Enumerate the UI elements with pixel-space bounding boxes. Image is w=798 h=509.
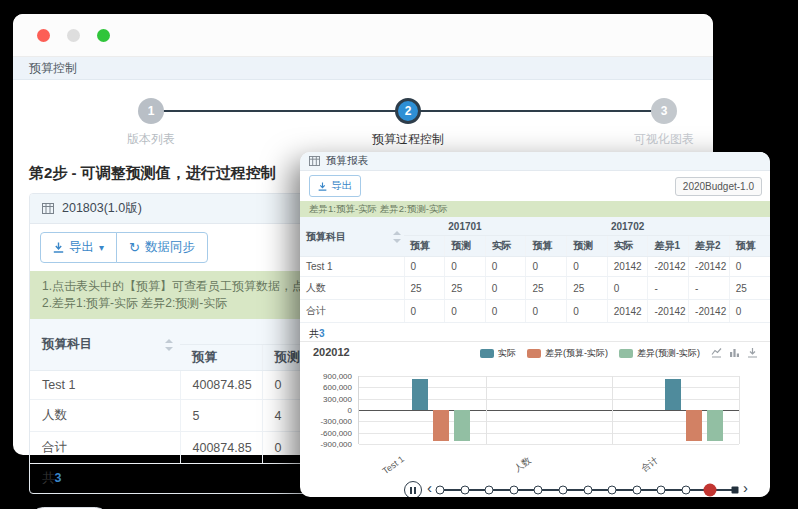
- legend-item[interactable]: 差异(预算-实际): [527, 347, 608, 360]
- step-label: 版本列表: [91, 131, 211, 148]
- column-header[interactable]: 预算: [404, 236, 445, 257]
- table-cell: 0: [445, 300, 486, 323]
- bar-差异(预测-实际): [454, 410, 470, 441]
- category-separator: [486, 376, 487, 444]
- timeline-prev-icon[interactable]: ‹: [427, 480, 432, 495]
- y-tick-label: -600,000: [302, 429, 352, 438]
- timeline-point-202002[interactable]: [460, 486, 469, 495]
- column-header[interactable]: 预算: [526, 236, 567, 257]
- budget-version-select[interactable]: 2020Budget-1.0: [675, 177, 762, 196]
- table-cell: 400874.85: [180, 432, 262, 464]
- timeline-point-202004[interactable]: [509, 486, 518, 495]
- table-row: 人数2525025250--25: [300, 277, 770, 300]
- timeline-point-汇总[interactable]: [732, 487, 739, 494]
- table-cell: 5: [180, 400, 262, 432]
- page-title: 预算控制: [13, 57, 713, 80]
- timeline-point-202003[interactable]: [485, 486, 494, 495]
- legend-swatch: [527, 349, 541, 358]
- column-header[interactable]: 预测: [445, 236, 486, 257]
- zoom-window-button[interactable]: [97, 29, 110, 42]
- save-image-icon[interactable]: [747, 347, 758, 358]
- row-subject: Test 1: [30, 371, 180, 400]
- month-group-header: [729, 217, 770, 236]
- table-cell: -: [648, 277, 689, 300]
- category-separator: [612, 376, 613, 444]
- diff-legend-note: 差异1:预算-实际 差异2:预测-实际: [300, 201, 770, 217]
- close-window-button[interactable]: [37, 29, 50, 42]
- step-circle[interactable]: 1: [138, 98, 164, 124]
- subject-column-header[interactable]: 预算科目: [300, 217, 404, 257]
- table-row: 合计0000020142-20142-201420: [300, 300, 770, 323]
- legend-item[interactable]: 差异(预测-实际): [619, 347, 700, 360]
- table-cell: 0: [729, 257, 770, 277]
- column-header[interactable]: 预算: [729, 236, 770, 257]
- export-button[interactable]: 导出: [309, 175, 361, 197]
- legend-item[interactable]: 实际: [480, 347, 516, 360]
- table-grid-icon: [309, 156, 320, 166]
- timeline-point-202010[interactable]: [657, 486, 666, 495]
- table-cell: 0: [485, 300, 526, 323]
- row-count: 共3: [300, 323, 770, 341]
- timeline-point-202011[interactable]: [681, 486, 690, 495]
- table-row: Test 10000020142-20142-201420: [300, 257, 770, 277]
- sort-icon[interactable]: [392, 231, 400, 243]
- column-header[interactable]: 差异1: [648, 236, 689, 257]
- report-table: 预算科目 201701 201702 预算预测实际预算预测实际差异1差异2预算 …: [300, 217, 770, 323]
- y-tick-label: -300,000: [302, 417, 352, 426]
- table-cell: 0: [526, 300, 567, 323]
- download-icon: [318, 182, 327, 191]
- bar-chart-icon[interactable]: [729, 347, 740, 358]
- table-cell: 20142: [607, 300, 648, 323]
- bar-差异(预测-实际): [707, 410, 723, 441]
- minimize-window-button[interactable]: [67, 29, 80, 42]
- plot-right-border: [739, 376, 740, 444]
- column-header[interactable]: 差异2: [689, 236, 730, 257]
- timeline-point-202007[interactable]: [583, 486, 592, 495]
- report-panel-header: 预算报表: [300, 152, 770, 171]
- y-tick-label: 0: [302, 406, 352, 415]
- table-cell: 25: [729, 277, 770, 300]
- chart-toolbox: [711, 347, 758, 358]
- step-visual-charts[interactable]: 3 可视化图表: [604, 98, 724, 148]
- subject-column-header[interactable]: 预算科目: [30, 319, 180, 371]
- timeline-point-202001[interactable]: [436, 486, 445, 495]
- report-title: 预算报表: [326, 154, 368, 168]
- sort-icon[interactable]: [164, 339, 172, 351]
- window-titlebar: [13, 14, 713, 57]
- timeline-point-202006[interactable]: [558, 486, 567, 495]
- row-subject: 人数: [30, 400, 180, 432]
- panel-title: 201803(1.0版): [62, 200, 142, 217]
- line-chart-icon[interactable]: [711, 347, 722, 358]
- column-header[interactable]: 预测: [567, 236, 608, 257]
- budget-report-window: 预算报表 导出 2020Budget-1.0 差异1:预算-实际 差异2:预测-…: [300, 152, 770, 497]
- download-icon: [53, 242, 64, 253]
- timeline-next-icon[interactable]: ›: [743, 480, 748, 495]
- timeline-point-202009[interactable]: [632, 486, 641, 495]
- step-process-control[interactable]: 2 预算过程控制: [348, 98, 468, 148]
- timeline-point-202005[interactable]: [534, 486, 543, 495]
- zero-axis-line: [359, 410, 739, 411]
- row-subject: 人数: [300, 277, 404, 300]
- timeline-play-button[interactable]: [404, 481, 422, 497]
- timeline-point-202012[interactable]: [704, 484, 717, 497]
- step-circle[interactable]: 2: [395, 98, 421, 124]
- bar-差异(预算-实际): [686, 410, 702, 441]
- y-tick-label: 300,000: [302, 395, 352, 404]
- bar-差异(预算-实际): [433, 410, 449, 441]
- data-sync-button[interactable]: ↻ 数据同步: [116, 232, 208, 263]
- table-cell: -20142: [689, 300, 730, 323]
- chart-legend: 实际差异(预算-实际)差异(预测-实际): [480, 347, 700, 360]
- step-version-list[interactable]: 1 版本列表: [91, 98, 211, 148]
- table-cell: -20142: [648, 300, 689, 323]
- export-button[interactable]: 导出 ▾: [40, 232, 117, 263]
- column-header[interactable]: 实际: [607, 236, 648, 257]
- row-subject: 合计: [300, 300, 404, 323]
- timeline-point-202008[interactable]: [608, 486, 617, 495]
- column-header[interactable]: 预算: [180, 345, 262, 371]
- gridline: [359, 444, 739, 445]
- legend-swatch: [480, 349, 494, 358]
- step-label: 预算过程控制: [348, 131, 468, 148]
- step-circle[interactable]: 3: [651, 98, 677, 124]
- bar-chart: 202012 实际差异(预算-实际)差异(预测-实际) 900,000600,0…: [300, 342, 770, 468]
- column-header[interactable]: 实际: [485, 236, 526, 257]
